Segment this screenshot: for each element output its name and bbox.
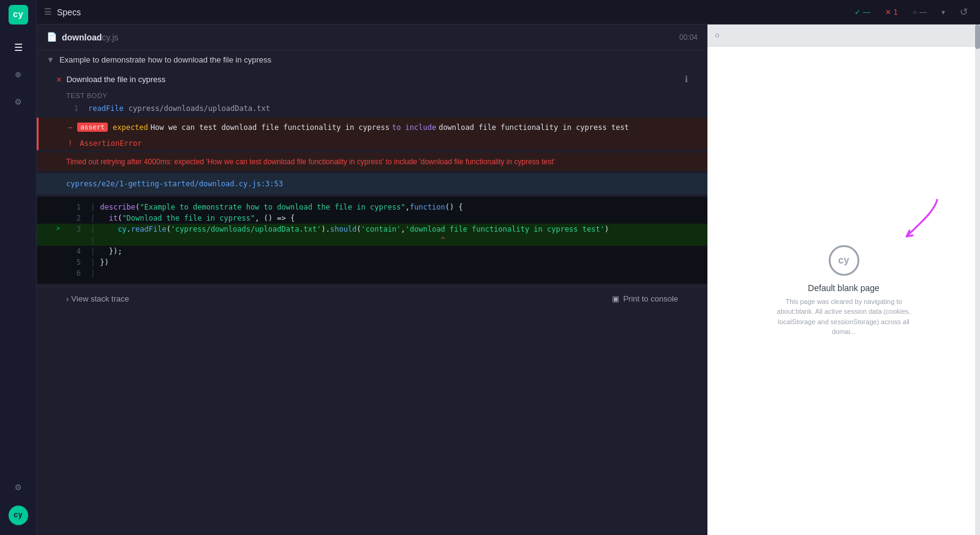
fail-count-button[interactable]: ✕ 1 xyxy=(880,6,903,19)
assert-badge: assert xyxy=(77,123,108,132)
file-time: 00:04 xyxy=(679,33,698,42)
file-link[interactable]: cypress/e2e/1-getting-started/download.c… xyxy=(66,180,283,188)
dash-pending: — xyxy=(919,8,927,17)
err-text2: download file functionality in cypress t… xyxy=(439,123,629,132)
code-block: 1 | describe ( "Example to demonstrate h… xyxy=(37,197,707,284)
pass-icon: ✓ xyxy=(854,8,861,17)
cypress-logo: cy xyxy=(829,245,859,276)
fail-icon: ✕ xyxy=(885,8,891,17)
step-num-1: 1 xyxy=(66,104,78,113)
code-line-3: > 3 | cy . readFile ( 'cypress/downloads… xyxy=(37,224,707,235)
specs-icon: ☰ xyxy=(14,42,23,54)
stack-trace-arrow: › xyxy=(66,294,69,303)
error-block: − assert expected How we can test downlo… xyxy=(37,118,707,150)
info-icon[interactable]: ℹ xyxy=(685,74,688,85)
exclamation-icon: ! xyxy=(68,139,72,148)
test-row: ✕ Download the file in cypress ℹ xyxy=(37,69,707,89)
blank-page-desc: This page was cleared by navigating to a… xyxy=(771,297,918,337)
dropdown-button[interactable]: ▾ xyxy=(937,6,950,19)
preview-panel: ○ cy Default blank page This page was cl… xyxy=(707,25,980,535)
error-assert-row: − assert expected How we can test downlo… xyxy=(39,118,707,137)
pipe-3: | xyxy=(91,225,95,233)
code-line-6: 6 | xyxy=(37,268,707,279)
sidebar-item-settings2[interactable]: ⚙ xyxy=(7,476,29,498)
assertion-error-label: AssertionError xyxy=(80,139,141,148)
step-arg-1: cypress/downloads/uploadData.txt xyxy=(129,104,270,113)
preview-content: cy Default blank page This page was clea… xyxy=(707,47,980,535)
line-num-3: 3 xyxy=(66,225,81,233)
code-line-1: 1 | describe ( "Example to demonstrate h… xyxy=(37,202,707,213)
main-area: ☰ Specs ✓ — ✕ 1 ○ — ▾ ↺ xyxy=(37,0,980,535)
active-line-arrow: > xyxy=(56,225,60,232)
step-cmd-1: readFile xyxy=(88,104,124,113)
code-step-1: 1 readFile cypress/downloads/uploadData.… xyxy=(37,102,707,115)
fail-count: 1 xyxy=(894,8,898,17)
logo-icon: cy xyxy=(13,10,23,20)
code-line-caret: | ^ xyxy=(37,235,707,246)
pending-icon: ○ xyxy=(913,8,917,17)
preview-topbar: ○ xyxy=(707,25,980,47)
file-header: 📄 download cy.js 00:04 xyxy=(37,25,707,50)
runner-panel: 📄 download cy.js 00:04 ▼ Example to demo… xyxy=(37,25,707,535)
preview-scrollbar[interactable] xyxy=(975,25,980,535)
suite-label: Example to demonstrate how to download t… xyxy=(59,55,271,64)
pending-count-button[interactable]: ○ — xyxy=(908,6,932,19)
pipe-4: | xyxy=(91,247,95,256)
assertion-error-row: ! AssertionError xyxy=(39,137,707,150)
err-to-include: to include xyxy=(392,123,436,132)
line-num-1: 1 xyxy=(66,203,81,211)
reload-button[interactable]: ↺ xyxy=(955,4,973,20)
topbar-title: Specs xyxy=(57,7,81,17)
topbar-actions: ✓ — ✕ 1 ○ — ▾ ↺ xyxy=(850,4,973,20)
reload-icon: ↺ xyxy=(960,6,968,18)
test-fail-icon: ✕ xyxy=(56,74,61,85)
chevron-down-icon: ▾ xyxy=(941,8,945,17)
line-num-4: 4 xyxy=(66,247,81,256)
test-body-label: TEST BODY xyxy=(37,89,707,102)
scrollbar-thumb xyxy=(975,25,980,49)
sidebar-logo[interactable]: cy xyxy=(9,5,28,25)
sidebar-item-settings[interactable]: ⚙ xyxy=(7,91,29,113)
selector-icon: ⊕ xyxy=(15,69,21,81)
dash-pass: — xyxy=(863,8,870,17)
blank-page-title: Default blank page xyxy=(808,283,880,293)
pass-count-button[interactable]: ✓ — xyxy=(850,6,875,19)
file-name: download xyxy=(62,32,102,42)
code-line-5: 5 | }) xyxy=(37,257,707,268)
sidebar-bottom: ⚙ cy xyxy=(7,474,29,530)
line-num-2: 2 xyxy=(66,214,81,222)
print-icon: ▣ xyxy=(612,294,619,303)
settings-icon: ⚙ xyxy=(15,96,21,108)
file-link-row: cypress/e2e/1-getting-started/download.c… xyxy=(37,173,707,194)
test-label: Download the file in cypress xyxy=(66,75,165,84)
suite-row: ▼ Example to demonstrate how to download… xyxy=(37,50,707,69)
err-dash: − xyxy=(68,123,72,132)
pipe-2: | xyxy=(91,214,95,222)
sidebar-item-specs[interactable]: ☰ xyxy=(7,37,29,59)
err-text1: How we can test download file functional… xyxy=(151,123,390,132)
bottom-actions: › View stack trace ▣ Print to console xyxy=(37,286,707,311)
file-ext: cy.js xyxy=(102,32,118,42)
topbar: ☰ Specs ✓ — ✕ 1 ○ — ▾ ↺ xyxy=(37,0,980,25)
suite-expand-icon[interactable]: ▼ xyxy=(47,55,55,64)
settings2-icon: ⚙ xyxy=(15,481,21,493)
topbar-specs-icon: ☰ xyxy=(44,7,52,17)
content-split: 📄 download cy.js 00:04 ▼ Example to demo… xyxy=(37,25,980,535)
line-num-5: 5 xyxy=(66,258,81,267)
preview-icon: ○ xyxy=(715,31,720,40)
describe-kw: describe xyxy=(100,203,135,211)
print-label: Print to console xyxy=(623,294,678,303)
print-to-console-button[interactable]: ▣ Print to console xyxy=(612,294,678,303)
view-stack-trace[interactable]: › View stack trace xyxy=(66,294,129,303)
pipe-6: | xyxy=(91,269,95,278)
sidebar: cy ☰ ⊕ ⚙ ⚙ cy xyxy=(0,0,37,535)
sidebar-item-selector[interactable]: ⊕ xyxy=(7,64,29,86)
line-num-6: 6 xyxy=(66,269,81,278)
avatar: cy xyxy=(9,506,28,525)
pipe-1: | xyxy=(91,203,95,211)
code-line-2: 2 | it ( "Download the file in cypress" … xyxy=(37,213,707,224)
runner-scroll[interactable]: ▼ Example to demonstrate how to download… xyxy=(37,50,707,535)
pipe-caret: | xyxy=(91,236,95,245)
pipe-5: | xyxy=(91,258,95,267)
file-icon: 📄 xyxy=(47,32,57,42)
